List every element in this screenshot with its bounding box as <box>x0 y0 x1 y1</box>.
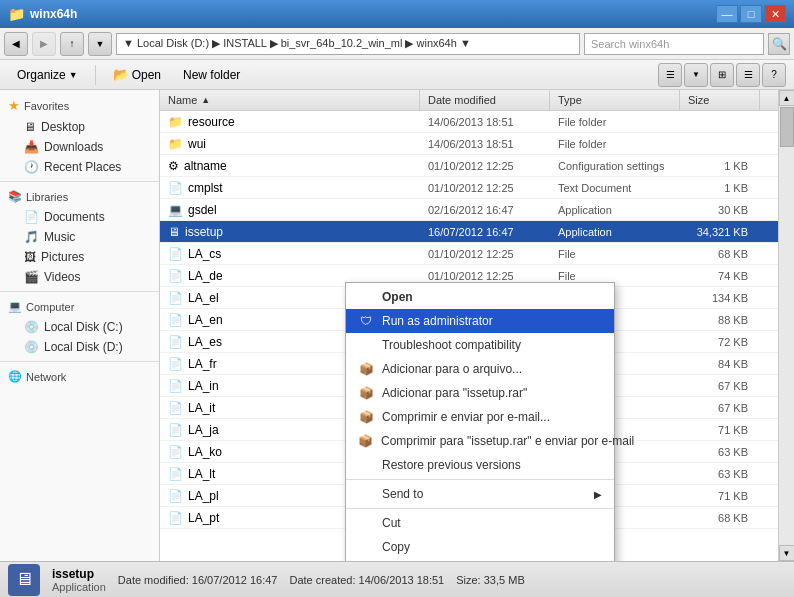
forward-button[interactable]: ▶ <box>32 32 56 56</box>
help-button[interactable]: ? <box>762 63 786 87</box>
context-menu-item-restore-previous-versions[interactable]: Restore previous versions <box>346 453 614 477</box>
column-size[interactable]: Size <box>680 90 760 110</box>
recent-icon: 🕐 <box>24 160 39 174</box>
scroll-track <box>779 106 794 545</box>
context-menu-item-run-as-administrator[interactable]: 🛡Run as administrator <box>346 309 614 333</box>
music-icon: 🎵 <box>24 230 39 244</box>
file-icon: 📄 <box>168 181 183 195</box>
table-row[interactable]: 💻 gsdel 02/16/2012 16:47 Application 30 … <box>160 199 778 221</box>
sidebar-item-local-c[interactable]: 💿 Local Disk (C:) <box>0 317 159 337</box>
status-size: Size: 33,5 MB <box>456 574 525 586</box>
sidebar-divider-3 <box>0 361 159 362</box>
context-menu-item-send-to[interactable]: Send to▶ <box>346 482 614 506</box>
recent-label: Recent Places <box>44 160 121 174</box>
sort-arrow: ▲ <box>201 95 210 105</box>
toolbar-separator-1 <box>95 65 96 85</box>
column-type[interactable]: Type <box>550 90 680 110</box>
file-size: 88 KB <box>680 312 760 328</box>
computer-icon: 💻 <box>8 300 22 313</box>
new-folder-button[interactable]: New folder <box>174 63 249 87</box>
sidebar-item-downloads[interactable]: 📥 Downloads <box>0 137 159 157</box>
favorites-header[interactable]: ★ Favorites <box>0 94 159 117</box>
titlebar-title: winx64h <box>30 7 716 21</box>
file-name-label: LA_el <box>188 291 219 305</box>
videos-icon: 🎬 <box>24 270 39 284</box>
file-name-label: cmplst <box>188 181 223 195</box>
search-box[interactable]: Search winx64h <box>584 33 764 55</box>
sidebar-item-pictures[interactable]: 🖼 Pictures <box>0 247 159 267</box>
file-name-label: LA_ko <box>188 445 222 459</box>
ctx-item-label: Run as administrator <box>382 314 493 328</box>
column-date[interactable]: Date modified <box>420 90 550 110</box>
sidebar-item-music[interactable]: 🎵 Music <box>0 227 159 247</box>
refresh-button[interactable]: ▼ <box>88 32 112 56</box>
sidebar-item-videos[interactable]: 🎬 Videos <box>0 267 159 287</box>
libraries-header[interactable]: 📚 Libraries <box>0 186 159 207</box>
table-row[interactable]: 📁 wui 14/06/2013 18:51 File folder <box>160 133 778 155</box>
sidebar-item-local-d[interactable]: 💿 Local Disk (D:) <box>0 337 159 357</box>
context-menu-item-troubleshoot-compatibility[interactable]: Troubleshoot compatibility <box>346 333 614 357</box>
table-row[interactable]: 📄 cmplst 01/10/2012 12:25 Text Document … <box>160 177 778 199</box>
context-menu: Open🛡Run as administratorTroubleshoot co… <box>345 282 615 561</box>
ctx-item-icon: 📦 <box>358 361 374 377</box>
file-size <box>680 120 760 124</box>
file-list: Name ▲ Date modified Type Size 📁 resourc… <box>160 90 778 561</box>
address-path[interactable]: ▼ Local Disk (D:) ▶ INSTALL ▶ bi_svr_64b… <box>116 33 580 55</box>
status-icon-glyph: 🖥 <box>15 569 33 590</box>
sidebar-item-desktop[interactable]: 🖥 Desktop <box>0 117 159 137</box>
file-name-label: LA_de <box>188 269 223 283</box>
file-name-label: LA_lt <box>188 467 215 481</box>
sidebar-item-recent[interactable]: 🕐 Recent Places <box>0 157 159 177</box>
up-button[interactable]: ↑ <box>60 32 84 56</box>
views-button[interactable]: ☰ <box>658 63 682 87</box>
file-icon: 📁 <box>168 137 183 151</box>
table-row[interactable]: 📄 LA_cs 01/10/2012 12:25 File 68 KB <box>160 243 778 265</box>
col-type-label: Type <box>558 94 582 106</box>
file-size: 72 KB <box>680 334 760 350</box>
context-menu-item-open[interactable]: Open <box>346 285 614 309</box>
context-menu-item-adicionar-para-issetuprar[interactable]: 📦Adicionar para "issetup.rar" <box>346 381 614 405</box>
table-row[interactable]: 📁 resource 14/06/2013 18:51 File folder <box>160 111 778 133</box>
context-menu-item-copy[interactable]: Copy <box>346 535 614 559</box>
context-menu-item-adicionar-para-o-arquivo[interactable]: 📦Adicionar para o arquivo... <box>346 357 614 381</box>
file-icon: ⚙ <box>168 159 179 173</box>
computer-header[interactable]: 💻 Computer <box>0 296 159 317</box>
file-size: 67 KB <box>680 378 760 394</box>
disk-d-icon: 💿 <box>24 340 39 354</box>
search-button[interactable]: 🔍 <box>768 33 790 55</box>
back-button[interactable]: ◀ <box>4 32 28 56</box>
preview-button[interactable]: ☰ <box>736 63 760 87</box>
new-folder-label: New folder <box>183 68 240 82</box>
file-type: Configuration settings <box>550 158 680 174</box>
sidebar-item-documents[interactable]: 📄 Documents <box>0 207 159 227</box>
file-name-label: LA_ja <box>188 423 219 437</box>
documents-label: Documents <box>44 210 105 224</box>
maximize-button[interactable]: □ <box>740 5 762 23</box>
table-row[interactable]: 🖥 issetup 16/07/2012 16:47 Application 3… <box>160 221 778 243</box>
column-name[interactable]: Name ▲ <box>160 90 420 110</box>
close-button[interactable]: ✕ <box>764 5 786 23</box>
table-row[interactable]: ⚙ altname 01/10/2012 12:25 Configuration… <box>160 155 778 177</box>
network-header[interactable]: 🌐 Network <box>0 366 159 387</box>
music-label: Music <box>44 230 75 244</box>
scroll-down-button[interactable]: ▼ <box>779 545 795 561</box>
file-icon: 📄 <box>168 445 183 459</box>
minimize-button[interactable]: — <box>716 5 738 23</box>
open-button[interactable]: 📂 Open <box>104 63 170 87</box>
context-menu-item-cut[interactable]: Cut <box>346 511 614 535</box>
sidebar-divider-1 <box>0 181 159 182</box>
right-scrollbar[interactable]: ▲ ▼ <box>778 90 794 561</box>
scroll-thumb[interactable] <box>780 107 794 147</box>
views-arrow[interactable]: ▼ <box>684 63 708 87</box>
ctx-item-label: Copy <box>382 540 410 554</box>
context-menu-item-comprimir-para-issetuprar-e-enviar-por-e-mail[interactable]: 📦Comprimir para "issetup.rar" e enviar p… <box>346 429 614 453</box>
organize-button[interactable]: Organize ▼ <box>8 63 87 87</box>
statusbar: 🖥 issetup Application Date modified: 16/… <box>0 561 794 597</box>
file-icon: 📄 <box>168 269 183 283</box>
context-menu-item-comprimir-e-enviar-por-e-mail[interactable]: 📦Comprimir e enviar por e-mail... <box>346 405 614 429</box>
view-buttons: ☰ ▼ ⊞ ☰ ? <box>658 63 786 87</box>
file-name-label: altname <box>184 159 227 173</box>
file-date: 14/06/2013 18:51 <box>420 114 550 130</box>
scroll-up-button[interactable]: ▲ <box>779 90 795 106</box>
panel-button[interactable]: ⊞ <box>710 63 734 87</box>
